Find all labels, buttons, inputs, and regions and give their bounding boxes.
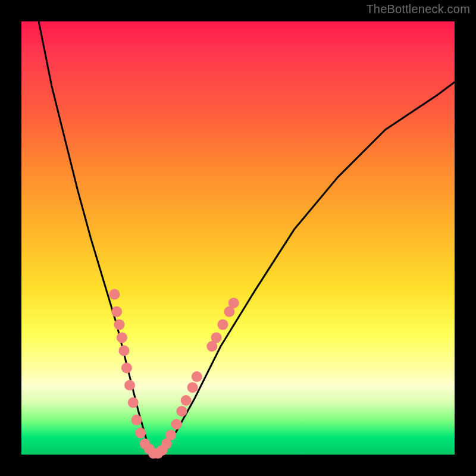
curve-layer [39, 21, 455, 455]
chart-svg [21, 21, 455, 455]
highlight-point [109, 289, 120, 300]
chart-stage: TheBottleneck.com [0, 0, 476, 476]
highlight-point [165, 430, 176, 440]
highlight-point [135, 428, 146, 439]
highlight-point [211, 332, 222, 343]
highlight-point [124, 380, 135, 391]
highlight-point [128, 397, 139, 408]
bottleneck-curve [39, 21, 455, 455]
highlight-point [131, 415, 142, 425]
highlight-point [181, 395, 192, 406]
highlight-point [228, 298, 239, 308]
highlight-point [121, 362, 132, 373]
highlight-point [192, 371, 202, 382]
highlight-point [117, 332, 127, 343]
highlight-point [111, 306, 122, 317]
highlight-point [119, 345, 130, 356]
highlight-point [187, 382, 198, 393]
highlight-point [171, 419, 182, 430]
highlight-point [114, 320, 125, 330]
highlight-point [176, 406, 187, 416]
watermark-text: TheBottleneck.com [366, 2, 470, 16]
plot-area [21, 21, 455, 455]
highlight-point [218, 320, 228, 330]
